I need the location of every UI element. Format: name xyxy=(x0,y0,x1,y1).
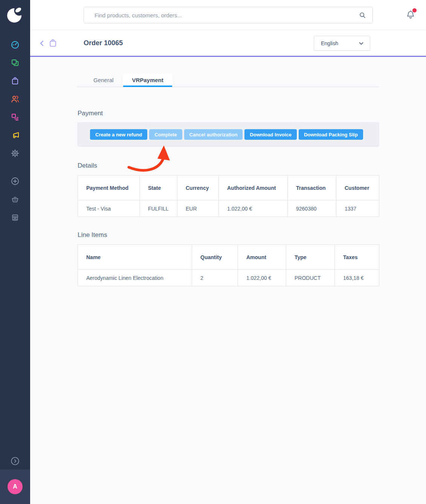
search-input[interactable] xyxy=(84,7,358,23)
language-select[interactable]: English xyxy=(314,36,370,51)
line-items-col-name: Name xyxy=(78,245,192,270)
details-col-currency: Currency xyxy=(177,176,219,200)
line-items-cell-amount: 1.022,00 € xyxy=(238,270,286,286)
sidebar-item-storefront[interactable] xyxy=(0,208,30,226)
top-bar xyxy=(30,0,426,30)
shopware-logo[interactable] xyxy=(0,0,30,30)
marketing-icon xyxy=(11,131,20,140)
chevron-down-icon xyxy=(358,40,365,47)
notification-badge xyxy=(412,8,417,12)
line-items-heading: Line Items xyxy=(78,231,107,239)
payment-actions-card: Create a new refund Complete Cancel auth… xyxy=(78,122,379,147)
line-items-col-amount: Amount xyxy=(238,245,286,270)
details-heading: Details xyxy=(78,162,97,170)
table-row: Test - Visa FULFILL EUR 1.022,00 € 92603… xyxy=(78,200,379,217)
line-items-cell-type: PRODUCT xyxy=(286,270,335,286)
sidebar-item-catalogues[interactable] xyxy=(0,54,30,72)
cancel-authorization-button[interactable]: Cancel authorization xyxy=(184,129,243,140)
help-expand-icon xyxy=(10,456,20,466)
customers-icon xyxy=(11,95,20,104)
details-cell-transaction: 9260380 xyxy=(288,200,336,217)
tab-bar: General VRPayment xyxy=(78,73,379,87)
line-items-table: Name Quantity Amount Type Taxes Aerodyna… xyxy=(78,244,379,286)
storefront-icon xyxy=(11,213,19,221)
details-cell-customer: 1337 xyxy=(336,200,379,217)
basket-icon xyxy=(11,195,19,203)
details-cell-authorized-amount: 1.022,00 € xyxy=(219,200,288,217)
download-invoice-button[interactable]: Download Invoice xyxy=(244,129,297,140)
details-cell-currency: EUR xyxy=(177,200,219,217)
sidebar-item-settings[interactable] xyxy=(0,144,30,162)
line-items-col-type: Type xyxy=(286,245,335,270)
details-col-transaction: Transaction xyxy=(288,176,336,200)
download-packing-slip-button[interactable]: Download Packing Slip xyxy=(299,129,363,140)
smart-bar: Order 10065 English xyxy=(30,30,426,57)
details-cell-payment-method: Test - Visa xyxy=(78,200,140,217)
sidebar-item-basket[interactable] xyxy=(0,190,30,208)
line-items-col-taxes: Taxes xyxy=(335,245,379,270)
line-items-cell-quantity: 2 xyxy=(192,270,238,286)
shopware-logo-icon xyxy=(6,6,24,24)
payment-heading: Payment xyxy=(78,110,103,117)
catalogues-icon xyxy=(11,58,20,67)
details-col-payment-method: Payment Method xyxy=(78,176,140,200)
create-refund-button[interactable]: Create a new refund xyxy=(90,129,147,140)
notifications-button[interactable] xyxy=(406,10,415,22)
add-circle-icon xyxy=(11,177,20,186)
chevron-left-icon xyxy=(38,39,47,48)
order-bag-icon xyxy=(48,38,58,48)
tab-vrpayment[interactable]: VRPayment xyxy=(123,73,172,87)
page-title: Order 10065 xyxy=(84,39,123,47)
details-table: Payment Method State Currency Authorized… xyxy=(78,175,379,217)
sidebar-item-content[interactable] xyxy=(0,108,30,126)
settings-icon xyxy=(11,149,20,158)
annotation-arrow-icon xyxy=(126,145,173,174)
sidebar: A xyxy=(0,0,30,504)
details-col-authorized-amount: Authorized Amount xyxy=(219,176,288,200)
details-col-state: State xyxy=(140,176,177,200)
sidebar-expand-button[interactable] xyxy=(0,452,30,470)
line-items-header-row: Name Quantity Amount Type Taxes xyxy=(78,245,379,270)
global-search[interactable] xyxy=(84,7,373,23)
orders-icon xyxy=(11,76,20,86)
line-items-cell-taxes: 163,18 € xyxy=(335,270,379,286)
sidebar-user-menu[interactable]: A xyxy=(0,469,30,504)
details-col-customer: Customer xyxy=(336,176,379,200)
details-header-row: Payment Method State Currency Authorized… xyxy=(78,176,379,200)
search-icon[interactable] xyxy=(358,11,366,19)
dashboard-icon xyxy=(11,40,20,49)
sidebar-item-marketing[interactable] xyxy=(0,126,30,144)
sidebar-item-add[interactable] xyxy=(0,172,30,190)
avatar[interactable]: A xyxy=(8,479,23,494)
sidebar-item-customers[interactable] xyxy=(0,90,30,108)
line-items-cell-name: Aerodynamic Linen Electrocation xyxy=(78,270,192,286)
sidebar-item-orders[interactable] xyxy=(0,72,30,90)
sidebar-item-dashboard[interactable] xyxy=(0,36,30,54)
table-row: Aerodynamic Linen Electrocation 2 1.022,… xyxy=(78,270,379,286)
complete-button[interactable]: Complete xyxy=(149,129,182,140)
content-icon xyxy=(11,113,20,122)
line-items-col-quantity: Quantity xyxy=(192,245,238,270)
details-cell-state: FULFILL xyxy=(140,200,177,217)
language-select-value: English xyxy=(321,40,338,46)
tab-general[interactable]: General xyxy=(84,73,123,87)
back-button[interactable] xyxy=(38,39,47,48)
